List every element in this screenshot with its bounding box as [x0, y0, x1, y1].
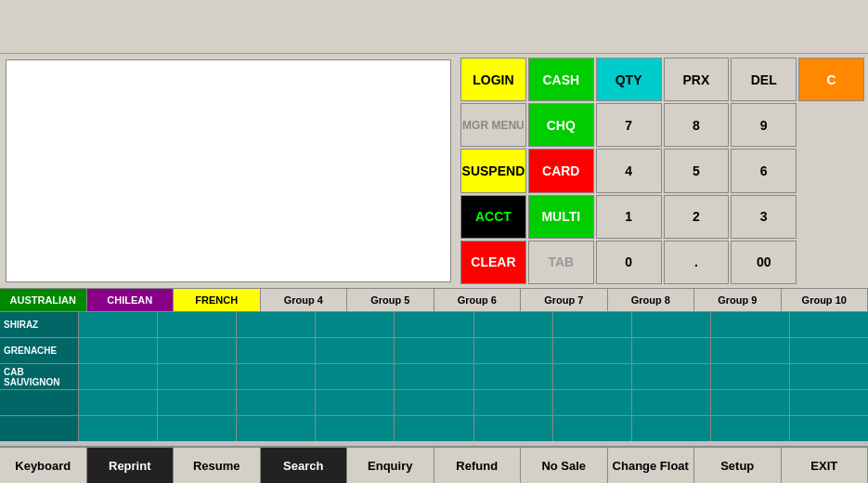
num4-button[interactable]: 4 [596, 149, 662, 192]
keyboard-button[interactable]: Keyboard [0, 448, 87, 483]
tab-button[interactable]: TAB [528, 241, 594, 284]
chq-button[interactable]: CHQ [528, 103, 594, 147]
num1-button[interactable]: 1 [596, 195, 662, 239]
c-button[interactable]: C [798, 58, 864, 101]
num00-button[interactable]: 00 [731, 241, 797, 284]
product-cell-r1-c6[interactable] [474, 338, 552, 363]
clear-button[interactable]: CLEAR [460, 241, 526, 284]
product-cell-r1-c8[interactable] [632, 338, 710, 363]
setup-button[interactable]: Setup [694, 448, 782, 483]
del-button[interactable]: DEL [731, 58, 797, 101]
product-cell-r0-c4[interactable] [316, 312, 394, 337]
login-button[interactable]: LOGIN [460, 58, 526, 101]
tab-australian[interactable]: AUSTRALIAN [0, 289, 87, 311]
tab-group5[interactable]: Group 5 [347, 289, 434, 311]
product-cell-r2-c2[interactable] [158, 364, 236, 389]
product-cell-r4-c2[interactable] [158, 416, 236, 441]
product-cell-r1-c5[interactable] [395, 338, 473, 363]
product-cell-r1-c10[interactable] [790, 338, 868, 363]
product-cell-r3-c6[interactable] [474, 390, 552, 415]
product-cell-r2-c9[interactable] [711, 364, 789, 389]
product-cell-r0-c2[interactable] [158, 312, 236, 337]
reprint-button[interactable]: Reprint [87, 448, 175, 483]
product-cell-r3-c4[interactable] [316, 390, 394, 415]
num2-button[interactable]: 2 [664, 195, 730, 239]
product-label-4[interactable] [0, 416, 78, 441]
tab-group9[interactable]: Group 9 [694, 289, 782, 311]
product-label-1[interactable]: GRENACHE [0, 338, 78, 363]
product-cell-r1-c9[interactable] [711, 338, 789, 363]
product-cell-r3-c1[interactable] [79, 390, 157, 415]
product-cell-r2-c4[interactable] [316, 364, 394, 389]
product-cell-r3-c2[interactable] [158, 390, 236, 415]
num8-button[interactable]: 8 [664, 103, 730, 147]
product-cell-r4-c7[interactable] [553, 416, 631, 441]
suspend-button[interactable]: SUSPEND [460, 149, 526, 192]
tab-group7[interactable]: Group 7 [521, 289, 608, 311]
product-cell-r4-c5[interactable] [395, 416, 473, 441]
num6-button[interactable]: 6 [731, 149, 797, 192]
exit-button[interactable]: EXIT [782, 448, 869, 483]
num3-button[interactable]: 3 [731, 195, 797, 239]
product-cell-r1-c3[interactable] [237, 338, 315, 363]
product-cell-r0-c1[interactable] [79, 312, 157, 337]
product-cell-r1-c7[interactable] [553, 338, 631, 363]
product-cell-r4-c1[interactable] [79, 416, 157, 441]
cash-button[interactable]: CASH [528, 58, 594, 101]
product-cell-r2-c8[interactable] [632, 364, 710, 389]
product-cell-r0-c7[interactable] [553, 312, 631, 337]
qty-button[interactable]: QTY [596, 58, 662, 101]
product-cell-r3-c3[interactable] [237, 390, 315, 415]
tab-group4[interactable]: Group 4 [261, 289, 348, 311]
product-label-2[interactable]: CAB SAUVIGNON [0, 364, 78, 389]
product-cell-r0-c9[interactable] [711, 312, 789, 337]
change-float-button[interactable]: Change Float [608, 448, 695, 483]
product-cell-r4-c8[interactable] [632, 416, 710, 441]
product-cell-r2-c7[interactable] [553, 364, 631, 389]
num9-button[interactable]: 9 [731, 103, 797, 147]
product-cell-r0-c3[interactable] [237, 312, 315, 337]
product-cell-r4-c9[interactable] [711, 416, 789, 441]
product-cell-r3-c7[interactable] [553, 390, 631, 415]
product-cell-r0-c6[interactable] [474, 312, 552, 337]
product-cell-r2-c10[interactable] [790, 364, 868, 389]
product-cell-r4-c3[interactable] [237, 416, 315, 441]
tab-chilean[interactable]: CHILEAN [87, 289, 175, 311]
dot-button[interactable]: . [664, 241, 730, 284]
search-button[interactable]: Search [261, 448, 348, 483]
num0-button[interactable]: 0 [596, 241, 662, 284]
no-sale-button[interactable]: No Sale [521, 448, 608, 483]
product-cell-r0-c8[interactable] [632, 312, 710, 337]
tab-french[interactable]: FRENCH [174, 289, 261, 311]
refund-button[interactable]: Refund [434, 448, 522, 483]
resume-button[interactable]: Resume [174, 448, 261, 483]
multi-button[interactable]: MULTI [528, 195, 594, 239]
tab-group8[interactable]: Group 8 [608, 289, 695, 311]
product-cell-r1-c4[interactable] [316, 338, 394, 363]
product-cell-r2-c3[interactable] [237, 364, 315, 389]
product-cell-r0-c5[interactable] [395, 312, 473, 337]
product-cell-r2-c1[interactable] [79, 364, 157, 389]
card-button[interactable]: CARD [528, 149, 594, 192]
prx-button[interactable]: PRX [664, 58, 730, 101]
product-cell-r3-c10[interactable] [790, 390, 868, 415]
product-cell-r1-c2[interactable] [158, 338, 236, 363]
product-cell-r2-c5[interactable] [395, 364, 473, 389]
product-cell-r4-c6[interactable] [474, 416, 552, 441]
enquiry-button[interactable]: Enquiry [347, 448, 434, 483]
product-cell-r2-c6[interactable] [474, 364, 552, 389]
tab-group6[interactable]: Group 6 [434, 289, 522, 311]
product-label-0[interactable]: SHIRAZ [0, 312, 78, 337]
mgr-menu-button[interactable]: MGR MENU [460, 103, 526, 147]
product-cell-r3-c8[interactable] [632, 390, 710, 415]
product-cell-r3-c5[interactable] [395, 390, 473, 415]
acct-button[interactable]: ACCT [460, 195, 526, 239]
product-cell-r1-c1[interactable] [79, 338, 157, 363]
num7-button[interactable]: 7 [596, 103, 662, 147]
product-label-3[interactable] [0, 390, 78, 415]
product-cell-r3-c9[interactable] [711, 390, 789, 415]
product-cell-r4-c4[interactable] [316, 416, 394, 441]
num5-button[interactable]: 5 [664, 149, 730, 192]
product-cell-r0-c10[interactable] [790, 312, 868, 337]
tab-group10[interactable]: Group 10 [782, 289, 869, 311]
